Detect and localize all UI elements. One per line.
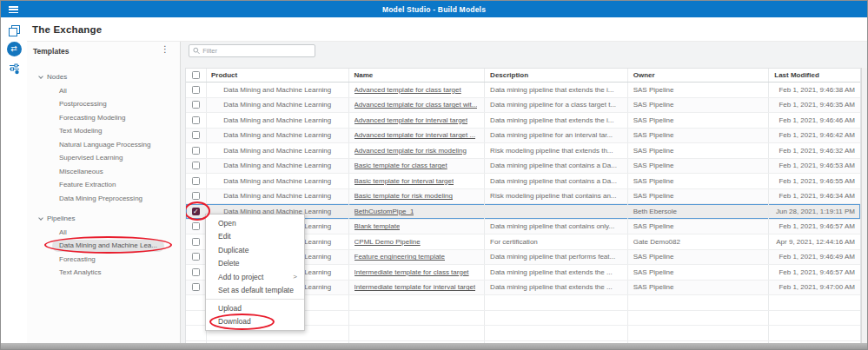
row-checkbox[interactable] — [192, 268, 200, 276]
cell-description: Risk modeling pipeline that contains an.… — [485, 189, 628, 204]
empty-cell — [769, 326, 860, 340]
menu-item-download[interactable]: Download — [206, 315, 304, 329]
tree-group-pipelines[interactable]: Pipelines — [27, 212, 181, 226]
template-name-link[interactable]: Feature engineering template — [354, 253, 446, 261]
sidebar-item-postprocessing[interactable]: Postprocessing — [27, 97, 181, 111]
sidebar-item-natural-language-processing[interactable]: Natural Language Processing — [27, 138, 181, 152]
row-checkbox-cell — [186, 250, 207, 265]
cell-last-modified: Feb 1, 2021, 9:46:35 AM — [769, 98, 860, 113]
horizontal-scrollbar[interactable] — [1, 343, 867, 349]
column-header-name[interactable]: Name — [349, 69, 486, 82]
row-checkbox-cell — [186, 281, 207, 295]
select-all-checkbox[interactable] — [192, 71, 200, 79]
sidebar-item-data-mining-preprocessing[interactable]: Data Mining Preprocessing — [27, 192, 181, 206]
empty-cell — [186, 295, 207, 310]
table-row[interactable]: Data Mining and Machine LearningAdvanced… — [186, 113, 860, 129]
menu-item-duplicate[interactable]: Duplicate — [206, 243, 304, 257]
exchange-icon-glyph: ⇄ — [7, 42, 22, 56]
tree-group-nodes[interactable]: Nodes — [27, 70, 181, 84]
column-header-last-modified[interactable]: Last Modified — [769, 69, 860, 82]
column-header-owner[interactable]: Owner — [628, 69, 770, 82]
template-name-link[interactable]: Advanced template for class target wit..… — [354, 101, 478, 109]
cell-last-modified: Feb 1, 2021, 9:46:57 AM — [769, 220, 860, 234]
menu-item-add-to-project[interactable]: Add to project> — [206, 270, 304, 284]
template-name-link[interactable]: Intermediate template for interval targe… — [354, 283, 476, 291]
row-checkbox[interactable] — [192, 238, 200, 246]
sidebar-item-forecasting-modeling[interactable]: Forecasting Modeling — [27, 111, 181, 125]
menu-item-edit[interactable]: Edit — [206, 230, 304, 244]
page-title: The Exchange — [32, 24, 102, 35]
checkbox-wrap — [192, 147, 200, 155]
template-name-link[interactable]: Basic template for risk modeling — [354, 192, 453, 200]
column-header-product[interactable]: Product — [207, 69, 349, 82]
row-checkbox[interactable] — [192, 177, 200, 185]
column-header-description[interactable]: Description — [485, 69, 628, 82]
row-checkbox[interactable] — [192, 253, 200, 261]
sidebar-item-text-modeling[interactable]: Text Modeling — [27, 124, 181, 138]
template-name-link[interactable]: Advanced template for class target — [354, 86, 461, 94]
checkbox-wrap — [192, 283, 200, 291]
table-row[interactable]: Data Mining and Machine LearningBasic te… — [186, 174, 860, 189]
exchange-icon[interactable]: ⇄ — [1, 40, 27, 57]
vertical-scrollbar[interactable] — [861, 68, 868, 343]
template-name-link[interactable]: BethCustomPipe_1 — [354, 208, 414, 215]
cell-name: Intermediate template for class target — [349, 265, 486, 280]
row-checkbox[interactable]: ✓ — [192, 208, 200, 215]
template-name-link[interactable]: Advanced template for interval target — [354, 116, 468, 124]
cell-owner: SAS Pipeline — [628, 159, 770, 174]
template-name-link[interactable]: CPML Demo Pipeline — [354, 238, 421, 246]
empty-cell — [485, 295, 628, 310]
template-name-link[interactable]: Intermediate template for class target — [354, 268, 469, 276]
checkbox-wrap — [192, 162, 200, 169]
menu-item-delete[interactable]: Delete — [206, 257, 304, 271]
sidebar-item-data-mining-and-machine-lea[interactable]: Data Mining and Machine Lea... — [27, 239, 181, 253]
table-row[interactable]: Data Mining and Machine LearningBasic te… — [186, 159, 860, 175]
row-checkbox-cell — [186, 98, 207, 113]
row-checkbox[interactable] — [192, 116, 200, 124]
row-checkbox[interactable] — [192, 192, 200, 200]
sidebar-item-forecasting[interactable]: Forecasting — [27, 253, 181, 267]
checkbox-wrap — [192, 222, 200, 230]
row-checkbox[interactable] — [192, 162, 200, 169]
row-checkbox[interactable] — [192, 283, 200, 291]
cell-owner: Beth Ebersole — [628, 204, 770, 219]
template-name-link[interactable]: Advanced template for risk modeling — [354, 147, 467, 155]
data-settings-icon[interactable] — [1, 60, 27, 77]
context-menu: OpenEditDuplicateDeleteAdd to project>Se… — [205, 214, 305, 331]
sidebar-item-all[interactable]: All — [27, 84, 181, 98]
template-name-link[interactable]: Blank template — [354, 222, 401, 230]
empty-cell — [769, 311, 860, 326]
row-checkbox[interactable] — [192, 147, 200, 155]
template-name-link[interactable]: Basic template for interval target — [354, 177, 454, 185]
sidebar-item-supervised-learning[interactable]: Supervised Learning — [27, 151, 181, 165]
menu-item-set-as-default-template[interactable]: Set as default template — [206, 284, 304, 298]
sidebar-item-text-analytics[interactable]: Text Analytics — [27, 266, 181, 280]
chevron-down-icon — [38, 74, 43, 79]
kebab-menu-icon[interactable]: ⋮ — [161, 44, 169, 55]
sidebar-item-feature-extraction[interactable]: Feature Extraction — [27, 178, 181, 192]
cell-last-modified: Feb 1, 2021, 9:46:55 AM — [769, 174, 860, 188]
sidebar-item-miscellaneous[interactable]: Miscellaneous — [27, 165, 181, 179]
projects-icon-glyph — [9, 25, 20, 36]
row-checkbox[interactable] — [192, 131, 200, 139]
table-row[interactable]: Data Mining and Machine LearningAdvanced… — [186, 98, 860, 114]
empty-cell — [349, 295, 486, 310]
menu-item-open[interactable]: Open — [206, 216, 304, 230]
cell-last-modified: Feb 1, 2021, 9:46:53 AM — [769, 159, 860, 174]
table-row[interactable]: Data Mining and Machine LearningAdvanced… — [186, 83, 860, 98]
empty-cell — [628, 326, 770, 340]
row-checkbox[interactable] — [192, 101, 200, 109]
template-name-link[interactable]: Advanced template for interval target ..… — [354, 131, 476, 139]
menu-item-upload[interactable]: Upload — [206, 301, 304, 315]
table-row[interactable]: Data Mining and Machine LearningAdvanced… — [186, 129, 860, 144]
filter-input[interactable] — [202, 47, 311, 55]
table-row[interactable]: Data Mining and Machine LearningBasic te… — [186, 189, 860, 205]
table-row[interactable]: Data Mining and Machine LearningAdvanced… — [186, 143, 860, 159]
projects-icon[interactable] — [1, 22, 27, 39]
row-checkbox[interactable] — [192, 222, 200, 230]
row-checkbox[interactable] — [192, 86, 200, 94]
cell-name: Blank template — [349, 220, 486, 234]
sidebar-item-all[interactable]: All — [27, 226, 181, 240]
template-name-link[interactable]: Basic template for class target — [354, 162, 447, 169]
cell-last-modified: Feb 1, 2021, 9:46:49 AM — [769, 250, 860, 265]
